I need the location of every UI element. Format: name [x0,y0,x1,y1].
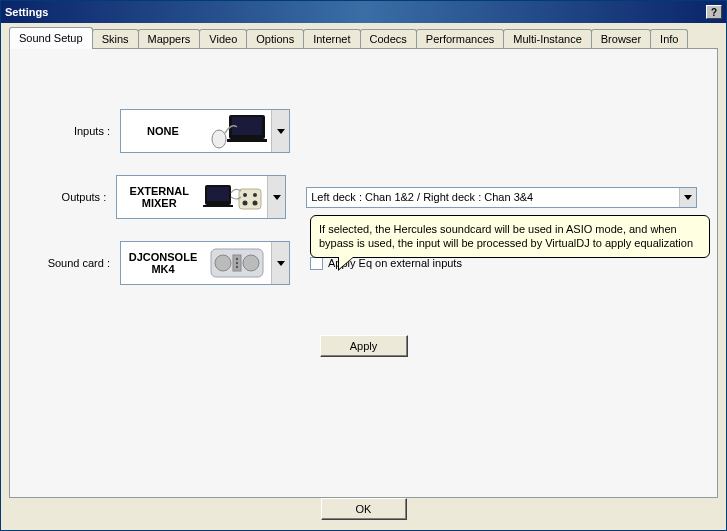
tooltip: If selected, the Hercules soundcard will… [310,215,710,258]
combo-display: EXTERNAL MIXER [117,176,267,218]
label-soundcard: Sound card : [30,257,120,269]
channel-dropdown-text: Left deck : Chan 1&2 / Right deck : Chan… [307,188,679,207]
svg-point-16 [236,258,238,260]
combo-soundcard[interactable]: DJCONSOLE MK4 [120,241,290,285]
soundcard-thumb-icon [207,245,267,281]
svg-rect-7 [239,189,261,209]
outputs-thumb-icon [203,179,263,215]
tab-panel: If selected, the Hercules soundcard will… [9,48,718,498]
apply-button-label: Apply [350,340,378,352]
tab-label: Video [209,33,237,45]
svg-point-11 [253,201,258,206]
tab-label: Skins [102,33,129,45]
svg-point-14 [243,255,259,271]
tooltip-text: If selected, the Hercules soundcard will… [319,223,693,249]
combo-text-outputs: EXTERNAL MIXER [121,185,197,209]
svg-rect-6 [203,205,233,207]
tab-performances[interactable]: Performances [416,29,504,48]
chevron-down-icon[interactable] [271,110,289,152]
combo-outputs[interactable]: EXTERNAL MIXER [116,175,286,219]
chevron-down-icon[interactable] [271,242,289,284]
settings-window: Settings ? Sound Setup Skins Mappers Vid… [0,0,727,531]
tab-label: Info [660,33,678,45]
combo-text-soundcard: DJCONSOLE MK4 [125,251,201,275]
tab-label: Codecs [370,33,407,45]
tab-label: Browser [601,33,641,45]
svg-point-9 [253,193,257,197]
channel-dropdown[interactable]: Left deck : Chan 1&2 / Right deck : Chan… [306,187,697,208]
titlebar: Settings ? [1,1,726,23]
inputs-thumb-icon [207,113,267,149]
chevron-down-icon[interactable] [679,188,696,207]
row-inputs: Inputs : NONE [30,109,697,153]
tab-options[interactable]: Options [246,29,304,48]
apply-eq-checkbox[interactable] [310,257,323,270]
tab-label: Sound Setup [19,32,83,44]
combo-text-inputs: NONE [125,125,201,137]
tab-label: Internet [313,33,350,45]
apply-row: Apply [30,335,697,357]
ok-button-label: OK [356,503,372,515]
combo-inputs[interactable]: NONE [120,109,290,153]
svg-point-13 [215,255,231,271]
svg-point-8 [243,193,247,197]
tab-sound-setup[interactable]: Sound Setup [9,27,93,49]
tab-strip: Sound Setup Skins Mappers Video Options … [9,29,718,48]
tab-mappers[interactable]: Mappers [138,29,201,48]
tab-codecs[interactable]: Codecs [360,29,417,48]
apply-button[interactable]: Apply [320,335,408,357]
svg-rect-5 [207,187,229,201]
combo-display: DJCONSOLE MK4 [121,242,271,284]
row-outputs: Outputs : EXTERNAL MIXER [30,175,697,219]
tab-internet[interactable]: Internet [303,29,360,48]
tab-info[interactable]: Info [650,29,688,48]
svg-point-10 [243,201,248,206]
ok-row: OK [1,498,726,520]
window-title: Settings [5,6,48,18]
svg-rect-2 [227,139,267,142]
svg-point-17 [236,262,238,264]
svg-point-18 [236,266,238,268]
content-area: Sound Setup Skins Mappers Video Options … [1,23,726,506]
label-outputs: Outputs : [30,191,116,203]
label-inputs: Inputs : [30,125,120,137]
combo-display: NONE [121,110,271,152]
tab-label: Mappers [148,33,191,45]
tab-label: Performances [426,33,494,45]
tab-video[interactable]: Video [199,29,247,48]
chevron-down-icon[interactable] [267,176,285,218]
svg-point-3 [212,130,226,148]
apply-eq-row: Apply Eq on external inputs [310,257,462,270]
ok-button[interactable]: OK [321,498,407,520]
tab-browser[interactable]: Browser [591,29,651,48]
tab-multi-instance[interactable]: Multi-Instance [503,29,591,48]
tab-label: Options [256,33,294,45]
tab-skins[interactable]: Skins [92,29,139,48]
tab-label: Multi-Instance [513,33,581,45]
help-button[interactable]: ? [706,5,722,19]
